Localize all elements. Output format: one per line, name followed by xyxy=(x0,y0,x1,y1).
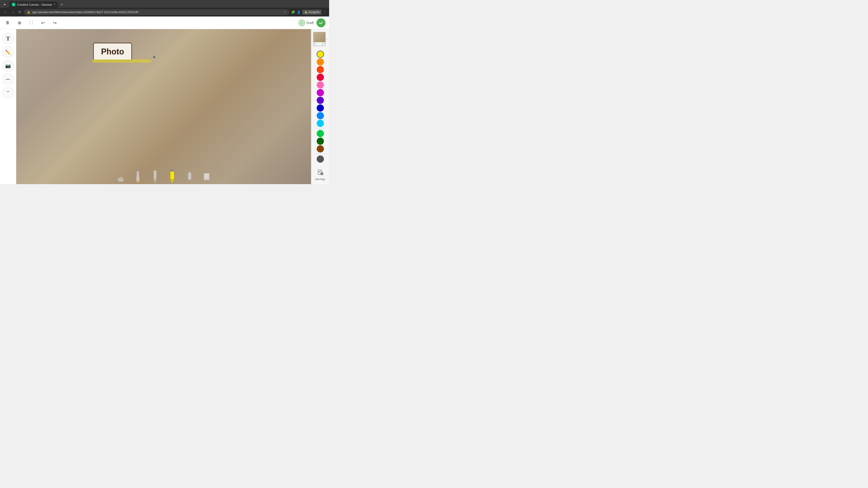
right-panel: 1 ••• › xyxy=(311,29,329,184)
zoom-in-button[interactable]: ⊕ xyxy=(16,19,24,27)
browser-more-button[interactable]: ⋮ xyxy=(323,10,327,14)
extensions-button[interactable]: 🧩 xyxy=(291,10,295,14)
add-page-button[interactable]: Add Page xyxy=(313,168,327,182)
fit-screen-button[interactable]: ⛶ xyxy=(27,19,35,27)
highlight-bar xyxy=(92,59,151,63)
profile-button[interactable]: 👤 xyxy=(297,10,301,14)
canvas-background: Photo + xyxy=(16,29,311,184)
color-cyan[interactable] xyxy=(317,120,324,127)
thumbnail-nav-arrow[interactable]: › xyxy=(326,37,327,41)
highlighter-tool-icon xyxy=(167,169,177,183)
check-icon xyxy=(318,20,323,25)
color-green-dark[interactable] xyxy=(317,138,324,145)
highlighter-tool[interactable] xyxy=(166,167,178,183)
photo-label[interactable]: Photo xyxy=(93,43,132,61)
add-page-svg xyxy=(317,169,323,176)
svg-rect-6 xyxy=(118,178,119,180)
spray-tool[interactable] xyxy=(184,167,195,183)
svg-rect-14 xyxy=(170,170,174,171)
color-red-orange[interactable] xyxy=(317,66,324,73)
svg-point-20 xyxy=(191,171,192,171)
address-bar-actions: 🧩 👤 🕵 Incognito ⋮ xyxy=(291,10,327,15)
canvas-area[interactable]: Photo + xyxy=(16,29,311,184)
color-yellow[interactable] xyxy=(317,51,324,58)
page-number: 1 xyxy=(314,43,316,45)
bookmark-icon[interactable]: ☆ xyxy=(283,10,286,14)
color-divider xyxy=(316,128,324,129)
svg-rect-12 xyxy=(154,178,156,181)
color-palette xyxy=(316,49,324,164)
page-thumbnail[interactable]: 1 ••• xyxy=(313,32,326,46)
add-page-icon xyxy=(317,169,323,177)
more-tools-button[interactable]: ••• xyxy=(2,73,14,85)
reload-button[interactable]: ↺ xyxy=(17,9,22,15)
new-tab-button[interactable]: + xyxy=(59,2,65,7)
add-page-label: Add Page xyxy=(315,178,325,181)
svg-rect-15 xyxy=(170,171,174,179)
color-pink[interactable] xyxy=(317,81,324,89)
svg-rect-4 xyxy=(121,177,121,180)
submit-button[interactable] xyxy=(316,18,326,27)
color-brown[interactable] xyxy=(317,145,324,153)
delete-icon: 🗑 xyxy=(6,20,10,25)
draft-button[interactable]: Draft xyxy=(299,20,314,26)
color-purple[interactable] xyxy=(317,97,324,104)
tab-bar: ⏷ S Creative Canvas - Seesaw × + xyxy=(0,0,329,8)
camera-tool-button[interactable]: 📷 xyxy=(2,60,14,72)
more-icon: ••• xyxy=(6,77,10,81)
spray-tool-icon xyxy=(184,169,194,183)
color-green[interactable] xyxy=(317,130,324,137)
marker-tool[interactable] xyxy=(149,167,161,183)
app-toolbar: 🗑 ⊕ ⛶ ↩ ↪ Draft xyxy=(0,17,329,29)
url-text: app.seesaw.me/#/item/new/class/class.e01… xyxy=(32,10,281,14)
forward-button[interactable]: → xyxy=(10,9,16,15)
photo-element[interactable]: Photo + xyxy=(93,43,151,63)
thumb-preview xyxy=(313,32,325,42)
color-divider-2 xyxy=(316,154,324,154)
spray-icon xyxy=(184,167,195,183)
svg-rect-5 xyxy=(122,177,123,180)
toolbar-left: 🗑 ⊕ ⛶ ↩ ↪ xyxy=(4,19,299,27)
pencil-tool-icon xyxy=(133,169,143,183)
svg-marker-8 xyxy=(136,181,140,183)
tab-list-button[interactable]: ⏷ xyxy=(1,2,8,7)
incognito-icon: 🕵 xyxy=(304,11,308,14)
undo-button[interactable]: ↩ xyxy=(39,19,47,27)
eraser-tool[interactable] xyxy=(201,167,213,183)
tab-favicon: S xyxy=(12,3,16,6)
svg-marker-7 xyxy=(136,171,140,181)
text-tool-button[interactable]: T xyxy=(2,33,14,44)
plus-cursor: + xyxy=(153,55,156,60)
highlighter-icon xyxy=(166,167,178,183)
delete-button[interactable]: 🗑 xyxy=(4,19,12,27)
thumb-more-button[interactable]: ••• xyxy=(322,43,324,45)
svg-rect-19 xyxy=(189,171,190,173)
camera-icon: 📷 xyxy=(5,63,11,68)
svg-rect-11 xyxy=(154,170,156,180)
pencil-tool[interactable] xyxy=(132,167,144,183)
active-tab[interactable]: S Creative Canvas - Seesaw × xyxy=(9,1,58,8)
quote-tool-button[interactable]: " xyxy=(2,87,14,99)
address-bar[interactable]: 🔒 app.seesaw.me/#/item/new/class/class.e… xyxy=(24,9,289,15)
color-orange[interactable] xyxy=(317,58,324,66)
pen-tool-button[interactable]: ✏️ xyxy=(2,46,14,58)
close-tab-button[interactable]: × xyxy=(54,3,55,6)
color-red[interactable] xyxy=(317,74,324,81)
lock-icon: 🔒 xyxy=(27,11,30,14)
page-thumbnail-section: 1 ••• › xyxy=(312,31,328,47)
redo-button[interactable]: ↪ xyxy=(51,19,59,27)
color-blue[interactable] xyxy=(317,112,324,119)
select-tool[interactable] xyxy=(115,167,127,183)
color-gray[interactable] xyxy=(317,156,324,163)
svg-point-23 xyxy=(191,172,191,173)
thumb-footer: 1 ••• xyxy=(313,42,325,46)
browser-chrome: ⏷ S Creative Canvas - Seesaw × + ← → ↺ 🔒… xyxy=(0,0,329,17)
svg-point-22 xyxy=(192,170,192,170)
bottom-toolbar xyxy=(16,166,311,184)
svg-rect-10 xyxy=(137,170,139,171)
marker-tool-icon xyxy=(150,169,160,183)
color-blue-dark[interactable] xyxy=(317,104,324,111)
color-magenta[interactable] xyxy=(317,89,324,96)
pencil-icon xyxy=(132,167,144,183)
back-button[interactable]: ← xyxy=(3,9,8,15)
